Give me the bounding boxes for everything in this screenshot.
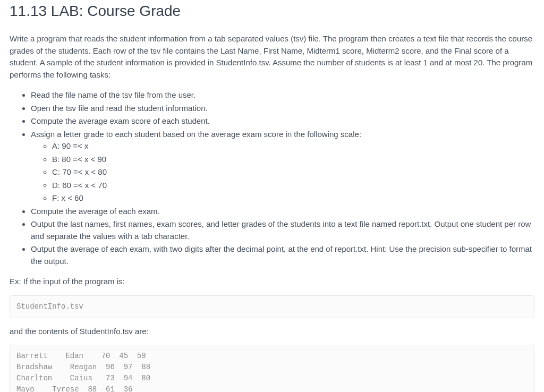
grade-scale-item: C: 70 =< x < 80	[52, 166, 534, 178]
grade-scale-item: D: 60 =< x < 70	[52, 180, 534, 192]
task-item: Read the file name of the tsv file from …	[31, 89, 534, 101]
grade-scale-item: B: 80 =< x < 90	[52, 154, 534, 166]
task-item: Compute the average exam score of each s…	[31, 115, 534, 127]
task-item-text: Assign a letter grade to each student ba…	[31, 130, 361, 139]
task-item: Assign a letter grade to each student ba…	[31, 129, 534, 204]
task-item: Output the last names, first names, exam…	[31, 218, 534, 242]
code-block-input: StudentInfo.tsv	[10, 295, 534, 318]
example-label: Ex: If the input of the program is:	[10, 276, 534, 288]
task-item: Output the average of each exam, with tw…	[31, 243, 534, 267]
task-item: Compute the average of each exam.	[31, 206, 534, 218]
grade-scale-item: F: x < 60	[52, 192, 534, 204]
intro-paragraph: Write a program that reads the student i…	[10, 33, 534, 81]
task-item: Open the tsv file and read the student i…	[31, 103, 534, 115]
grade-scale-list: A: 90 =< x B: 80 =< x < 90 C: 70 =< x < …	[31, 140, 534, 204]
code-block-tsv: Barrett Edan 70 45 59 Bradshaw Reagan 96…	[10, 345, 534, 392]
example-label: and the contents of StudentInfo.tsv are:	[10, 326, 534, 338]
page-title: 11.13 LAB: Course Grade	[10, 0, 534, 22]
task-list: Read the file name of the tsv file from …	[10, 89, 534, 267]
grade-scale-item: A: 90 =< x	[52, 140, 534, 152]
